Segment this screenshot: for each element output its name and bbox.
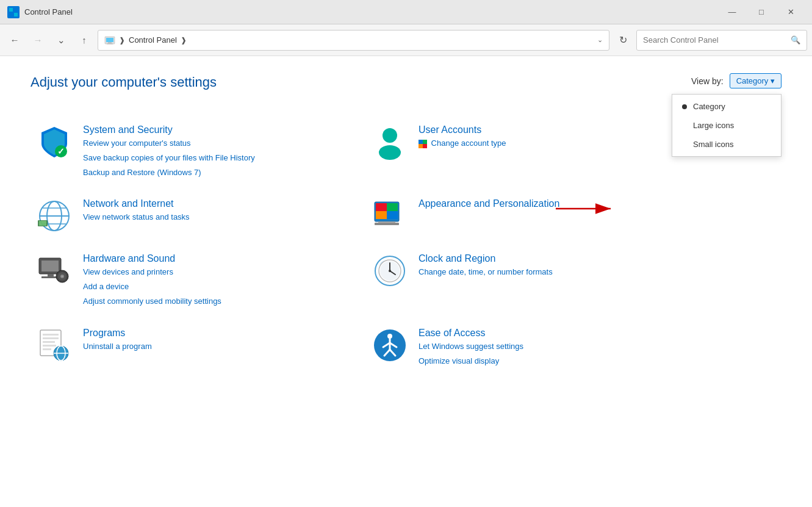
programs-link-1[interactable]: Uninstall a program xyxy=(83,340,152,353)
page-title: Adjust your computer's settings xyxy=(31,74,781,90)
network-name[interactable]: Network and Internet xyxy=(83,198,190,209)
ease-access-link-1[interactable]: Let Windows suggest settings xyxy=(419,340,523,353)
ease-access-icon xyxy=(372,328,408,363)
svg-rect-31 xyxy=(387,203,398,211)
hardware-link-3[interactable]: Adjust commonly used mobility settings xyxy=(83,295,221,308)
dropdown-button[interactable]: ⌄ xyxy=(51,31,71,50)
system-security-link-1[interactable]: Review your computer's status xyxy=(83,137,255,150)
viewby-dropdown: Category Large icons Small icons xyxy=(672,94,781,157)
address-bar[interactable]: ❱ Control Panel ❱ ⌄ xyxy=(98,30,609,51)
address-arrow: ❱ xyxy=(181,36,187,45)
search-input[interactable] xyxy=(643,35,787,45)
category-network: Network and Internet View network status… xyxy=(31,189,366,243)
svg-rect-52 xyxy=(43,334,59,336)
category-appearance: Appearance and Personalization xyxy=(366,189,702,243)
svg-point-43 xyxy=(62,276,63,277)
network-icon xyxy=(37,198,72,234)
system-security-text: System and Security Review your computer… xyxy=(83,124,255,179)
category-user-accounts: User Accounts Change account type xyxy=(366,115,702,189)
svg-text:✓: ✓ xyxy=(57,146,65,156)
svg-point-50 xyxy=(389,270,391,272)
window-controls: — □ ✕ xyxy=(718,3,805,21)
svg-rect-56 xyxy=(43,348,51,350)
user-accounts-name[interactable]: User Accounts xyxy=(419,124,506,135)
programs-text: Programs Uninstall a program xyxy=(83,328,152,353)
selected-bullet xyxy=(682,104,687,109)
hardware-link-1[interactable]: View devices and printers xyxy=(83,266,221,279)
large-icons-option-label: Large icons xyxy=(693,121,734,130)
svg-rect-1 xyxy=(14,8,18,12)
category-system-security: ✓ System and Security Review your comput… xyxy=(31,115,366,189)
viewby-button[interactable]: Category ▾ xyxy=(730,73,781,88)
user-accounts-text: User Accounts Change account type xyxy=(419,124,506,150)
svg-rect-2 xyxy=(9,13,13,16)
programs-name[interactable]: Programs xyxy=(83,328,152,339)
user-accounts-icon xyxy=(372,124,408,160)
ease-access-link-2[interactable]: Optimize visual display xyxy=(419,355,523,368)
dropdown-large-icons[interactable]: Large icons xyxy=(672,116,781,135)
forward-button[interactable]: → xyxy=(28,31,48,50)
svg-rect-32 xyxy=(376,211,387,219)
svg-rect-53 xyxy=(43,337,59,339)
svg-rect-6 xyxy=(108,42,112,43)
svg-rect-17 xyxy=(423,144,427,148)
svg-point-12 xyxy=(383,128,397,143)
hardware-name[interactable]: Hardware and Sound xyxy=(83,253,221,264)
system-security-icon: ✓ xyxy=(37,124,72,160)
ease-access-name[interactable]: Ease of Access xyxy=(419,328,523,339)
svg-rect-5 xyxy=(106,38,113,42)
category-hardware: Hardware and Sound View devices and prin… xyxy=(31,243,366,317)
category-programs: Programs Uninstall a program xyxy=(31,318,366,378)
refresh-button[interactable]: ↻ xyxy=(613,31,633,50)
svg-rect-16 xyxy=(419,144,423,148)
svg-rect-7 xyxy=(107,43,113,45)
category-ease-access: Ease of Access Let Windows suggest setti… xyxy=(366,318,702,378)
svg-rect-15 xyxy=(423,140,427,144)
close-button[interactable]: ✕ xyxy=(777,3,805,21)
address-text: Control Panel xyxy=(129,35,177,45)
dropdown-small-icons[interactable]: Small icons xyxy=(672,135,781,154)
svg-rect-3 xyxy=(14,13,18,16)
hardware-icon xyxy=(37,253,72,289)
user-accounts-link-1[interactable]: Change account type xyxy=(419,137,506,150)
search-box[interactable]: 🔍 xyxy=(636,30,807,51)
network-link-1[interactable]: View network status and tasks xyxy=(83,211,190,224)
system-security-link-3[interactable]: Backup and Restore (Windows 7) xyxy=(83,167,255,179)
svg-rect-14 xyxy=(419,140,423,144)
hardware-text: Hardware and Sound View devices and prin… xyxy=(83,253,221,307)
main-content: Adjust your computer's settings View by:… xyxy=(0,56,812,507)
svg-point-13 xyxy=(379,145,401,160)
appearance-icon xyxy=(372,198,408,234)
system-security-link-2[interactable]: Save backup copies of your files with Fi… xyxy=(83,152,255,165)
clock-icon xyxy=(372,253,408,289)
svg-rect-33 xyxy=(387,211,398,219)
system-security-name[interactable]: System and Security xyxy=(83,124,255,135)
dropdown-category[interactable]: Category xyxy=(672,97,781,116)
svg-rect-54 xyxy=(43,341,55,343)
small-icons-option-label: Small icons xyxy=(693,140,733,149)
categories-grid: ✓ System and Security Review your comput… xyxy=(31,115,702,377)
clock-link-1[interactable]: Change date, time, or number formats xyxy=(419,266,553,279)
category-option-label: Category xyxy=(693,102,725,111)
programs-icon xyxy=(37,328,72,363)
up-button[interactable]: ↑ xyxy=(74,31,94,50)
address-dropdown-arrow[interactable]: ⌄ xyxy=(597,36,603,44)
appearance-name[interactable]: Appearance and Personalization xyxy=(419,198,559,209)
ease-access-text: Ease of Access Let Windows suggest setti… xyxy=(419,328,523,368)
minimize-button[interactable]: — xyxy=(718,3,746,21)
back-button[interactable]: ← xyxy=(5,31,24,50)
svg-rect-55 xyxy=(43,345,56,347)
search-icon: 🔍 xyxy=(791,35,800,45)
network-text: Network and Internet View network status… xyxy=(83,198,190,224)
appearance-text: Appearance and Personalization xyxy=(419,198,559,209)
maximize-button[interactable]: □ xyxy=(747,3,775,21)
svg-rect-30 xyxy=(376,203,387,211)
clock-name[interactable]: Clock and Region xyxy=(419,253,553,264)
viewby-label: View by: xyxy=(691,76,724,86)
titlebar: Control Panel — □ ✕ xyxy=(0,0,812,24)
addressbar: ← → ⌄ ↑ ❱ Control Panel ❱ ⌄ ↻ 🔍 xyxy=(0,24,812,56)
svg-rect-0 xyxy=(9,8,13,12)
viewby-area: View by: Category ▾ xyxy=(691,73,781,88)
address-path: ❱ xyxy=(119,36,125,45)
hardware-link-2[interactable]: Add a device xyxy=(83,281,221,293)
